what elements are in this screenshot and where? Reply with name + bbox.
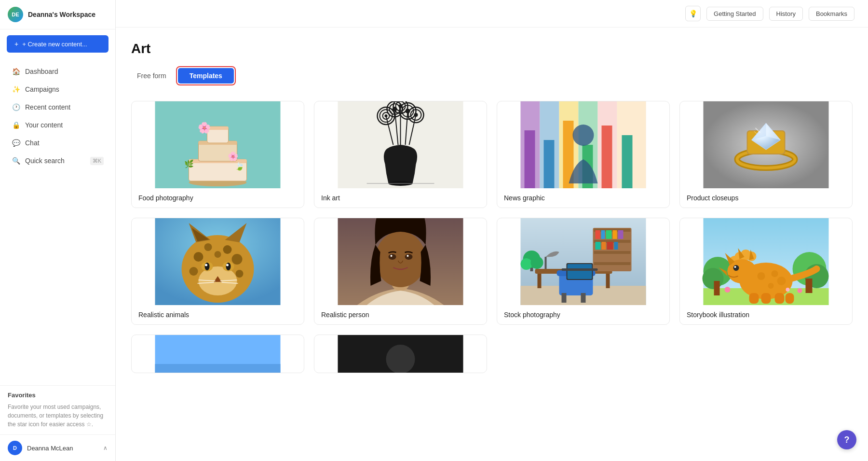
chevron-up-icon[interactable]: ∧ [103,445,108,451]
news-graphic-label: News graphic [497,188,669,208]
svg-point-144 [758,272,765,280]
svg-text:🌸: 🌸 [198,121,211,134]
history-button[interactable]: History [769,7,803,21]
svg-rect-48 [602,126,612,188]
svg-point-50 [573,125,594,146]
svg-point-139 [734,266,736,268]
svg-point-89 [405,254,413,260]
sidebar-item-campaigns[interactable]: ✨ Campaigns [4,81,111,98]
tabs-row: Free form Templates [131,66,853,85]
lightbulb-icon: 💡 [689,10,697,17]
template-card-food-photography[interactable]: 🌸 🌸 🌿 🍃 Food photography [131,101,304,208]
template-card-news-graphic[interactable]: News graphic [497,101,670,208]
svg-point-65 [223,245,232,254]
template-card-partial-2[interactable] [314,335,487,373]
template-card-storybook-illustration[interactable]: Storybook illustration [679,218,853,325]
svg-rect-96 [606,274,610,288]
sidebar-item-your-content[interactable]: 🔒 Your content [4,116,111,134]
template-card-product-closeups[interactable]: Product closeups [679,101,853,208]
svg-rect-149 [761,293,771,304]
help-button[interactable]: ? [837,430,856,449]
bookmarks-button[interactable]: Bookmarks [809,7,854,21]
getting-started-button[interactable]: Getting Started [706,7,763,21]
ink-art-image [314,101,487,188]
sidebar: DE Deanna's Workspace + + Create new con… [0,0,116,461]
food-photography-label: Food photography [132,188,304,208]
sidebar-footer: D Deanna McLean ∧ [0,434,115,461]
tab-templates[interactable]: Templates [178,68,234,84]
realistic-person-image [314,218,487,305]
svg-point-91 [407,255,409,257]
svg-point-75 [205,264,207,266]
sidebar-nav: 🏠 Dashboard ✨ Campaigns 🕐 Recent content… [0,58,115,385]
main-content: 💡 Getting Started History Bookmarks Art … [116,0,868,461]
keyboard-shortcut: ⌘K [90,157,104,165]
lightbulb-button[interactable]: 💡 [685,6,701,21]
svg-rect-127 [714,281,720,295]
top-bar: 💡 Getting Started History Bookmarks [116,0,868,28]
templates-grid: 🌸 🌸 🌿 🍃 Food photography [131,101,853,208]
user-name: Deanna McLean [27,445,73,452]
dashboard-icon: 🏠 [12,67,20,76]
svg-point-64 [204,243,212,251]
your-content-icon: 🔒 [12,121,20,129]
svg-rect-114 [562,293,567,303]
sidebar-item-chat[interactable]: 💬 Chat [4,134,111,152]
svg-rect-156 [155,364,281,373]
plus-icon: + [14,40,18,48]
template-card-partial-1[interactable] [131,335,304,373]
svg-point-119 [531,256,543,269]
quick-search-icon: 🔍 [12,156,20,165]
svg-rect-100 [594,251,631,254]
svg-point-154 [786,288,790,292]
product-closeups-label: Product closeups [680,188,852,208]
create-new-button[interactable]: + + Create new content... [7,35,108,53]
content-area: Art Free form Templates [116,28,868,461]
svg-rect-49 [622,135,633,188]
realistic-animals-label: Realistic animals [132,305,304,324]
svg-rect-104 [606,230,612,239]
sidebar-item-dashboard[interactable]: 🏠 Dashboard [4,63,111,80]
news-graphic-image [497,101,669,188]
tab-free-form[interactable]: Free form [131,68,172,84]
page-title: Art [131,41,853,56]
svg-rect-111 [545,257,547,269]
svg-rect-107 [596,242,601,250]
stock-photography-label: Stock photography [497,305,669,324]
svg-rect-108 [602,242,606,250]
sidebar-item-label: Chat [25,139,40,147]
chat-icon: 💬 [12,139,20,147]
template-card-realistic-animals[interactable]: Realistic animals [131,218,304,325]
stock-photography-image [497,218,669,305]
svg-point-87 [376,231,426,287]
food-photography-image: 🌸 🌸 🌿 🍃 [132,101,304,188]
storybook-illustration-image [680,218,852,305]
svg-point-23 [385,114,388,117]
svg-rect-109 [607,242,613,250]
svg-point-126 [703,268,724,289]
template-card-ink-art[interactable]: Ink art [314,101,487,208]
svg-rect-95 [538,274,542,288]
sidebar-item-label: Campaigns [25,85,59,93]
sidebar-item-recent-content[interactable]: 🕐 Recent content [4,98,111,116]
sidebar-item-label: Your content [25,121,63,129]
svg-point-63 [194,252,203,262]
svg-point-146 [777,277,786,285]
svg-rect-101 [594,262,631,265]
svg-point-147 [768,283,774,289]
svg-rect-148 [749,293,759,304]
user-info: D Deanna McLean [8,441,73,455]
ink-art-label: Ink art [314,188,487,208]
user-avatar: D [8,441,22,455]
svg-text:🌿: 🌿 [184,159,194,168]
sidebar-item-quick-search[interactable]: 🔍 Quick search ⌘K [4,152,111,169]
sidebar-item-label: Quick search [25,157,65,165]
template-card-stock-photography[interactable]: Stock photography [497,218,670,325]
templates-grid-row2: Realistic animals [131,218,853,325]
svg-point-73 [205,263,210,270]
svg-point-138 [733,265,739,271]
svg-rect-121 [568,264,592,279]
svg-rect-122 [562,268,598,271]
svg-point-69 [215,251,221,258]
template-card-realistic-person[interactable]: Realistic person [314,218,487,325]
